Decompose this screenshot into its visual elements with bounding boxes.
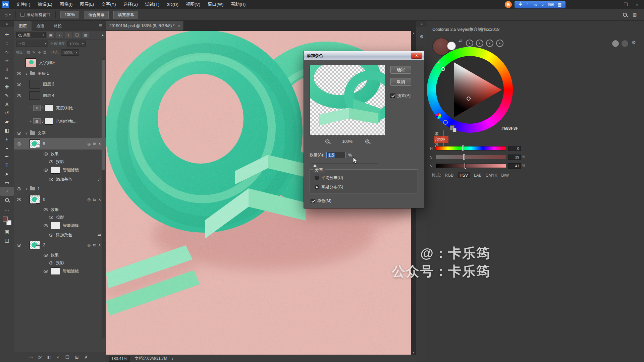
eye-icon[interactable] bbox=[44, 153, 48, 156]
visibility-toggle[interactable] bbox=[14, 138, 24, 149]
tab-paths[interactable]: 路径 bbox=[49, 21, 66, 31]
foreground-color-swatch[interactable] bbox=[3, 217, 8, 222]
menu-window[interactable]: 窗口(W) bbox=[204, 0, 227, 9]
screen-mode-button[interactable]: ◫ bbox=[0, 236, 14, 245]
shape-tool[interactable]: ▭ bbox=[0, 178, 14, 187]
gaussian-radio[interactable] bbox=[315, 185, 319, 189]
scroll-all-windows-option[interactable]: 滚动所有窗口 bbox=[20, 12, 51, 18]
ime-toolbox-icon[interactable]: ▦ bbox=[558, 2, 561, 7]
panels-collapse-chevron[interactable]: « bbox=[416, 21, 427, 27]
hue-value[interactable]: 0 bbox=[508, 146, 521, 151]
zoom-100-button[interactable]: 100% bbox=[60, 11, 79, 18]
visibility-toggle[interactable] bbox=[14, 115, 24, 128]
eye-icon[interactable] bbox=[49, 160, 53, 163]
color-library-icon[interactable] bbox=[612, 40, 619, 47]
layer-row[interactable]: 图层 4 bbox=[14, 90, 106, 101]
scroll-all-windows-checkbox[interactable] bbox=[20, 13, 24, 17]
quick-mask-button[interactable]: ▣ bbox=[0, 227, 14, 236]
fx-badge[interactable]: fx bbox=[93, 197, 96, 201]
layer-row[interactable]: 图层 3 bbox=[14, 78, 106, 90]
hand-tool[interactable]: ☝ bbox=[0, 187, 14, 196]
toolbar-collapse-chevron[interactable]: » bbox=[0, 21, 14, 27]
smart-object-thumbnail[interactable] bbox=[30, 195, 40, 204]
link-layers-icon[interactable]: ∞ bbox=[30, 355, 33, 360]
settings-gear-icon[interactable]: ⚙ bbox=[632, 40, 636, 46]
filter-type-select[interactable]: 类型 ▾ bbox=[16, 32, 46, 38]
eye-icon[interactable] bbox=[49, 261, 53, 264]
menu-select[interactable]: 选择(S) bbox=[119, 0, 141, 9]
brush-tool[interactable]: ✎ bbox=[0, 91, 14, 100]
mask-link-icon[interactable]: 8 bbox=[42, 106, 44, 110]
smart-filter-clip-icon[interactable]: ◎ bbox=[88, 142, 91, 146]
layer-thumbnail[interactable] bbox=[30, 91, 40, 100]
zoom-in-icon[interactable]: + bbox=[365, 139, 369, 143]
eye-icon[interactable] bbox=[49, 178, 53, 181]
tab-layers[interactable]: 图层 bbox=[14, 21, 32, 31]
fx-row[interactable]: 投影 bbox=[14, 259, 106, 266]
lock-all-icon[interactable]: ⊡ bbox=[43, 50, 46, 55]
gray-swatch-icon[interactable] bbox=[450, 125, 454, 130]
eyedropper-tool[interactable]: ✑ bbox=[0, 74, 14, 82]
visibility-toggle[interactable] bbox=[14, 57, 24, 68]
minimize-button[interactable]: — bbox=[608, 1, 620, 8]
visibility-toggle[interactable] bbox=[14, 78, 24, 90]
document-tab[interactable]: 20190104.psd @ 183% (9, RGB/8) * × bbox=[106, 21, 184, 31]
zoom-tool[interactable] bbox=[0, 196, 14, 204]
eye-icon[interactable] bbox=[44, 270, 48, 273]
group-expand-caret[interactable] bbox=[24, 72, 29, 75]
mode-cmyk[interactable]: CMYK bbox=[486, 173, 497, 178]
menu-filter[interactable]: 滤镜(T) bbox=[142, 0, 163, 9]
panel-menu-icon[interactable]: ☰ bbox=[96, 21, 106, 31]
monochromatic-option[interactable]: 单色(M) bbox=[311, 198, 331, 204]
fit-screen-button[interactable]: 适合屏幕 bbox=[84, 11, 109, 19]
dodge-tool[interactable]: ◒ bbox=[0, 143, 14, 152]
fx-row[interactable]: 效果 bbox=[14, 251, 106, 259]
uniform-radio[interactable] bbox=[315, 176, 319, 180]
hue-saturation-icon[interactable]: ▤ bbox=[33, 118, 41, 124]
smart-filter-item-row[interactable]: 添加杂色 ⇌ bbox=[14, 231, 106, 239]
visibility-toggle[interactable] bbox=[14, 68, 24, 78]
eye-icon[interactable] bbox=[49, 216, 53, 219]
menu-type[interactable]: 文字(Y) bbox=[98, 0, 119, 9]
filter-smart-objects-icon[interactable]: ▦ bbox=[82, 32, 89, 38]
eye-icon[interactable] bbox=[44, 254, 48, 257]
active-tool-indicator[interactable]: ☝ ▾ bbox=[5, 12, 11, 18]
move-tool[interactable]: ✛ bbox=[0, 30, 14, 39]
filter-adjustment-layers-icon[interactable]: ◐ bbox=[56, 32, 63, 38]
fx-row[interactable]: 效果 bbox=[14, 149, 106, 158]
filter-type-layers-icon[interactable]: T bbox=[65, 32, 72, 38]
layer-thumbnail[interactable] bbox=[30, 80, 40, 88]
close-button[interactable]: × bbox=[631, 1, 643, 8]
smart-filter-row[interactable]: 智能滤镜 bbox=[14, 266, 106, 276]
saturation-value[interactable]: 39 bbox=[508, 155, 521, 160]
marquee-tool[interactable]: ◌ bbox=[0, 39, 14, 48]
noise-preview-image[interactable] bbox=[310, 65, 385, 136]
properties-panel-icon[interactable]: ⚙ bbox=[416, 32, 427, 41]
ime-lang-toggle[interactable]: 中 bbox=[519, 2, 523, 7]
visibility-toggle[interactable] bbox=[14, 90, 24, 101]
sv-marker[interactable] bbox=[467, 97, 471, 101]
ime-punct-toggle[interactable]: °· bbox=[527, 2, 530, 7]
fx-badge[interactable]: fx bbox=[93, 142, 96, 146]
healing-brush-tool[interactable]: ✚ bbox=[0, 82, 14, 91]
fx-row[interactable]: 效果 bbox=[14, 205, 106, 214]
harmony-complement-icon[interactable] bbox=[476, 40, 483, 47]
menu-layer[interactable]: 图层(L) bbox=[76, 0, 98, 9]
ime-keyboard-icon[interactable]: ⌨ bbox=[548, 2, 553, 7]
workspace-switcher-icon[interactable]: ▥ bbox=[633, 12, 637, 17]
group-expand-caret[interactable] bbox=[24, 186, 29, 191]
mode-lab[interactable]: LAB bbox=[474, 173, 482, 178]
hue-slider[interactable] bbox=[436, 146, 506, 150]
new-group-icon[interactable]: ❏ bbox=[65, 355, 69, 360]
blend-mode-select[interactable]: 正常 ▾ bbox=[16, 41, 48, 47]
amount-slider[interactable] bbox=[311, 162, 378, 167]
quick-selection-tool[interactable]: ✧ bbox=[0, 56, 14, 65]
cancel-button[interactable]: 取消 bbox=[390, 78, 411, 86]
filter-toggle-icon[interactable]: ● bbox=[102, 34, 104, 37]
saturation-slider-marker[interactable] bbox=[463, 154, 465, 160]
mode-hsv[interactable]: HSV bbox=[458, 172, 470, 178]
new-layer-icon[interactable]: ⊞ bbox=[75, 355, 78, 360]
fx-row[interactable]: 投影 bbox=[14, 214, 106, 221]
eraser-tool[interactable]: ▰ bbox=[0, 117, 14, 126]
monochromatic-checkbox[interactable] bbox=[311, 199, 315, 203]
